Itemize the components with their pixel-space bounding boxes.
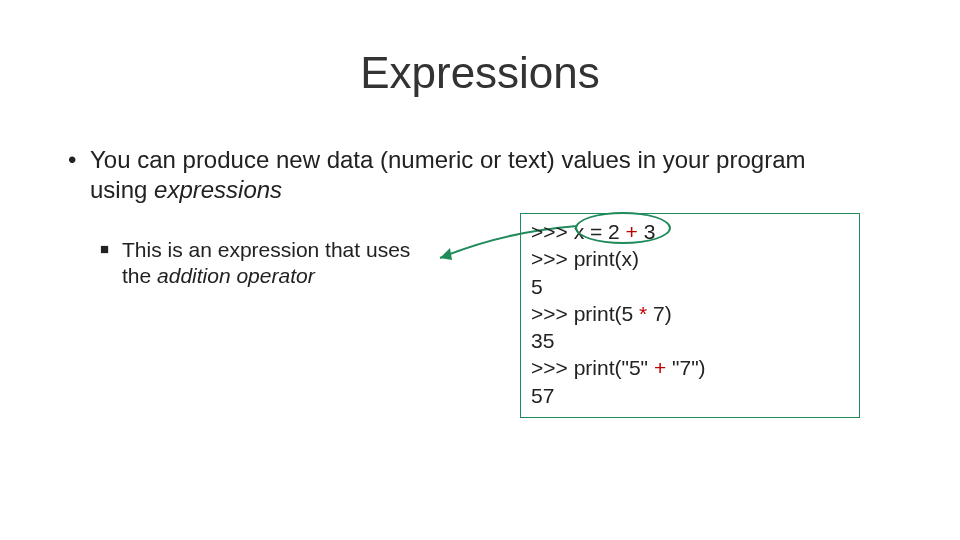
code-line-1: >>> x = 2 + 3 bbox=[531, 218, 849, 245]
code-l6b: "7") bbox=[666, 356, 705, 379]
operator-star: * bbox=[639, 302, 647, 325]
code-line-3: 5 bbox=[531, 273, 849, 300]
code-box: >>> x = 2 + 3 >>> print(x) 5 >>> print(5… bbox=[520, 213, 860, 418]
code-l4b: 7) bbox=[647, 302, 672, 325]
bullet-sub-text: This is an expression that uses the addi… bbox=[122, 237, 430, 290]
slide-title: Expressions bbox=[0, 48, 960, 98]
code-l4a: >>> print(5 bbox=[531, 302, 639, 325]
code-line-7: 57 bbox=[531, 382, 849, 409]
operator-plus: + bbox=[626, 220, 638, 243]
code-l1b: 3 bbox=[638, 220, 656, 243]
bullet-main-text-em: expressions bbox=[154, 176, 282, 203]
code-line-5: 35 bbox=[531, 327, 849, 354]
bullet-square-icon: ■ bbox=[100, 240, 109, 259]
bullet-main-text: You can produce new data (numeric or tex… bbox=[90, 145, 858, 205]
slide: Expressions • You can produce new data (… bbox=[0, 0, 960, 540]
bullet-sub-text-em: addition operator bbox=[157, 264, 315, 287]
bullet-sub: ■ This is an expression that uses the ad… bbox=[100, 237, 430, 290]
code-l1a: >>> x = 2 bbox=[531, 220, 626, 243]
code-line-6: >>> print("5" + "7") bbox=[531, 354, 849, 381]
bullet-main: • You can produce new data (numeric or t… bbox=[68, 145, 858, 205]
bullet-dot-icon: • bbox=[68, 145, 76, 175]
operator-plus-2: + bbox=[654, 356, 666, 379]
code-line-2: >>> print(x) bbox=[531, 245, 849, 272]
code-line-4: >>> print(5 * 7) bbox=[531, 300, 849, 327]
code-l6a: >>> print("5" bbox=[531, 356, 654, 379]
